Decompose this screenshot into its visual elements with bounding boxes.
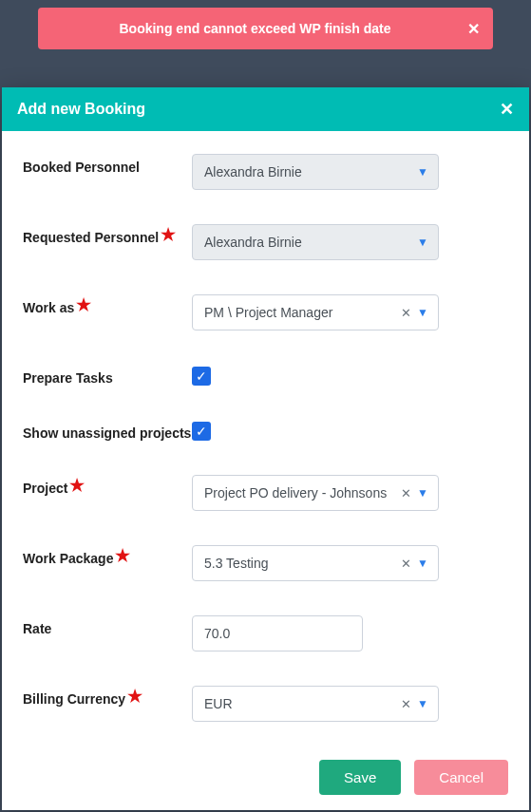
- work-package-select[interactable]: 5.3 Testing ✕ ▼: [192, 545, 439, 581]
- chevron-down-icon: ▼: [417, 165, 428, 179]
- close-icon[interactable]: ✕: [500, 99, 514, 120]
- billing-currency-select[interactable]: EUR ✕ ▼: [192, 686, 439, 722]
- rate-input[interactable]: [192, 615, 363, 651]
- required-icon: ★: [115, 546, 130, 565]
- modal-body: Booked Personnel Alexandra Birnie ▼ Requ…: [2, 131, 529, 750]
- error-alert: Booking end cannot exceed WP finish date…: [38, 8, 493, 49]
- requested-personnel-select[interactable]: Alexandra Birnie ▼: [192, 224, 439, 260]
- show-unassigned-label: Show unassigned projects: [23, 420, 192, 441]
- project-value: Project PO delivery - Johnsons: [204, 485, 387, 500]
- chevron-down-icon: ▼: [417, 306, 428, 319]
- chevron-down-icon: ▼: [417, 697, 428, 710]
- work-as-value: PM \ Project Manager: [204, 305, 332, 320]
- clear-icon[interactable]: ✕: [401, 697, 411, 711]
- chevron-down-icon: ▼: [417, 486, 428, 500]
- cancel-button[interactable]: Cancel: [414, 760, 508, 795]
- work-package-value: 5.3 Testing: [204, 556, 268, 571]
- prepare-tasks-checkbox[interactable]: ✓: [192, 367, 211, 386]
- work-as-label: Work as★: [23, 294, 192, 315]
- required-icon: ★: [76, 295, 91, 314]
- modal-footer: Save Cancel: [2, 750, 529, 810]
- required-icon: ★: [69, 476, 85, 495]
- booked-personnel-label: Booked Personnel: [23, 154, 192, 175]
- save-button[interactable]: Save: [319, 760, 401, 795]
- work-package-label: Work Package★: [23, 545, 192, 566]
- modal-title: Add new Booking: [17, 101, 145, 118]
- work-as-select[interactable]: PM \ Project Manager ✕ ▼: [192, 294, 439, 330]
- rate-label: Rate: [23, 615, 192, 636]
- required-icon: ★: [161, 225, 176, 244]
- modal-header: Add new Booking ✕: [2, 87, 529, 131]
- show-unassigned-checkbox[interactable]: ✓: [192, 422, 211, 441]
- chevron-down-icon: ▼: [417, 236, 428, 249]
- alert-close-icon[interactable]: ✕: [467, 20, 480, 38]
- alert-message: Booking end cannot exceed WP finish date: [119, 21, 390, 36]
- project-label: Project★: [23, 475, 192, 496]
- clear-icon[interactable]: ✕: [401, 306, 411, 320]
- billing-currency-value: EUR: [204, 696, 233, 711]
- clear-icon[interactable]: ✕: [401, 557, 411, 571]
- booked-personnel-value: Alexandra Birnie: [204, 164, 302, 179]
- prepare-tasks-label: Prepare Tasks: [23, 365, 192, 386]
- clear-icon[interactable]: ✕: [401, 486, 411, 500]
- requested-personnel-value: Alexandra Birnie: [204, 235, 302, 250]
- booked-personnel-select[interactable]: Alexandra Birnie ▼: [192, 154, 439, 190]
- chevron-down-icon: ▼: [417, 557, 428, 570]
- project-select[interactable]: Project PO delivery - Johnsons ✕ ▼: [192, 475, 439, 511]
- add-booking-modal: Add new Booking ✕ Booked Personnel Alexa…: [2, 87, 529, 810]
- requested-personnel-label: Requested Personnel★: [23, 224, 192, 245]
- billing-currency-label: Billing Currency★: [23, 686, 192, 707]
- required-icon: ★: [127, 687, 142, 706]
